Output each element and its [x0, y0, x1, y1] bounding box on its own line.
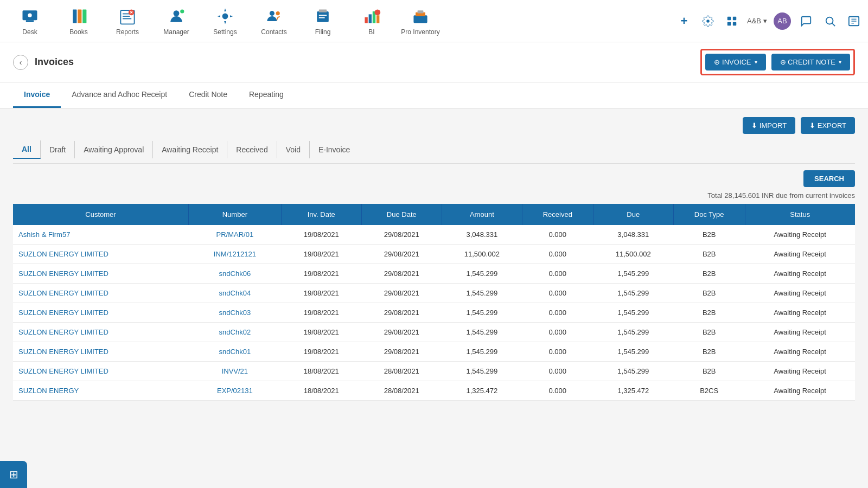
table-row: SUZLON ENERGY LIMITEDsndChk0619/08/20212… [13, 264, 855, 284]
grid-icon[interactable] [723, 12, 741, 30]
nav-item-reports[interactable]: Reports [103, 0, 152, 42]
filter-all[interactable]: All [13, 140, 41, 159]
number-cell[interactable]: INM/1212121 [189, 245, 282, 264]
settings-icon [215, 7, 235, 26]
customer-cell[interactable]: SUZLON ENERGY [13, 381, 189, 401]
filter-awaiting-approval[interactable]: Awaiting Approval [75, 141, 153, 158]
col-header-received: Received [522, 204, 593, 225]
col-header-inv.-date: Inv. Date [281, 204, 361, 225]
status-cell: Awaiting Receipt [745, 323, 855, 342]
page-header-left: ‹ Invoices [13, 55, 74, 70]
nav-item-contacts[interactable]: Contacts [250, 0, 298, 42]
received-cell: 0.000 [522, 362, 593, 381]
table-header-row: CustomerNumberInv. DateDue DateAmountRec… [13, 204, 855, 225]
customer-cell[interactable]: SUZLON ENERGY LIMITED [13, 323, 189, 342]
svg-rect-2 [727, 22, 731, 25]
received-cell: 0.000 [522, 381, 593, 401]
customer-cell[interactable]: SUZLON ENERGY LIMITED [13, 284, 189, 303]
inv-date-cell: 19/08/2021 [281, 284, 361, 303]
number-cell[interactable]: PR/MAR/01 [189, 225, 282, 245]
avatar[interactable]: AB [774, 12, 791, 30]
number-cell[interactable]: EXP/02131 [189, 381, 282, 401]
status-cell: Awaiting Receipt [745, 245, 855, 264]
number-cell[interactable]: INVV/21 [189, 362, 282, 381]
filter-awaiting-receipt[interactable]: Awaiting Receipt [153, 141, 227, 158]
inv-date-cell: 18/08/2021 [281, 381, 361, 401]
nav-right: + A&B ▾ AB [675, 12, 863, 30]
filter-void[interactable]: Void [277, 141, 310, 158]
export-button[interactable]: ⬇ EXPORT [801, 117, 855, 134]
due-date-cell: 29/08/2021 [361, 225, 442, 245]
nav-label-settings: Settings [213, 28, 237, 36]
new-invoice-button[interactable]: ⊕ INVOICE ▾ [705, 54, 765, 70]
nav-item-manager[interactable]: Manager [152, 0, 201, 42]
doc-type-cell: B2B [673, 225, 745, 245]
content-actions: ⬇ IMPORT ⬇ EXPORT [13, 117, 855, 134]
inv-date-cell: 19/08/2021 [281, 245, 361, 264]
doc-type-cell: B2B [673, 323, 745, 342]
tab-repeating[interactable]: Repeating [238, 82, 295, 108]
due-cell: 1,325.472 [593, 381, 673, 401]
col-header-status: Status [745, 204, 855, 225]
export-label: ⬇ EXPORT [809, 121, 846, 130]
received-cell: 0.000 [522, 264, 593, 284]
nav-item-settings[interactable]: Settings [201, 0, 250, 42]
tab-advance[interactable]: Advance and Adhoc Receipt [61, 82, 178, 108]
number-cell[interactable]: sndChk04 [189, 284, 282, 303]
number-cell[interactable]: sndChk01 [189, 342, 282, 362]
books-icon [69, 7, 88, 26]
due-date-cell: 29/08/2021 [361, 284, 442, 303]
import-button[interactable]: ⬇ IMPORT [743, 117, 795, 134]
customer-cell[interactable]: SUZLON ENERGY LIMITED [13, 245, 189, 264]
due-date-cell: 29/08/2021 [361, 323, 442, 342]
add-button[interactable]: + [675, 12, 693, 30]
lang-selector[interactable]: A&B ▾ [747, 17, 767, 25]
number-cell[interactable]: sndChk02 [189, 323, 282, 342]
back-button[interactable]: ‹ [13, 55, 28, 70]
tab-credit-note[interactable]: Credit Note [178, 82, 238, 108]
received-cell: 0.000 [522, 284, 593, 303]
customer-cell[interactable]: SUZLON ENERGY LIMITED [13, 264, 189, 284]
due-cell: 1,545.299 [593, 264, 673, 284]
nav-item-books[interactable]: Books [54, 0, 103, 42]
customer-cell[interactable]: SUZLON ENERGY LIMITED [13, 342, 189, 362]
credit-note-button-label: ⊕ CREDIT NOTE [780, 58, 836, 66]
nav-item-filing[interactable]: Filing [298, 0, 347, 42]
doc-type-cell: B2B [673, 303, 745, 323]
user-icon[interactable] [845, 12, 863, 30]
nav-item-desk[interactable]: Desk [5, 0, 54, 42]
due-date-cell: 28/08/2021 [361, 381, 442, 401]
search-button[interactable]: SEARCH [803, 170, 855, 187]
customer-cell[interactable]: Ashish & Firm57 [13, 225, 189, 245]
customer-cell[interactable]: SUZLON ENERGY LIMITED [13, 303, 189, 323]
number-cell[interactable]: sndChk03 [189, 303, 282, 323]
filter-e-invoice[interactable]: E-Invoice [310, 141, 359, 158]
nav-item-pro-inventory[interactable]: Pro Inventory [396, 0, 445, 42]
settings-icon[interactable] [699, 12, 717, 30]
svg-point-4 [826, 17, 833, 24]
doc-type-cell: B2B [673, 342, 745, 362]
invoice-arrow-icon: ▾ [755, 59, 757, 65]
contacts-icon [264, 7, 284, 26]
inv-date-cell: 19/08/2021 [281, 303, 361, 323]
nav-item-bi[interactable]: BI [347, 0, 396, 42]
table-row: SUZLON ENERGY LIMITEDsndChk0119/08/20212… [13, 342, 855, 362]
chat-icon[interactable] [797, 12, 815, 30]
bi-icon [362, 7, 381, 26]
filter-draft[interactable]: Draft [41, 141, 75, 158]
top-nav: DeskBooksReportsManagerSettingsContactsF… [0, 0, 868, 42]
bottom-bar[interactable]: ⊞ [0, 461, 27, 488]
svg-rect-1 [733, 16, 736, 20]
filter-received[interactable]: Received [227, 141, 277, 158]
tabs-area: InvoiceAdvance and Adhoc ReceiptCredit N… [0, 82, 868, 108]
new-credit-note-button[interactable]: ⊕ CREDIT NOTE ▾ [771, 54, 851, 70]
inv-date-cell: 19/08/2021 [281, 323, 361, 342]
customer-cell[interactable]: SUZLON ENERGY LIMITED [13, 362, 189, 381]
svg-line-5 [832, 23, 835, 26]
number-cell[interactable]: sndChk06 [189, 264, 282, 284]
invoice-table: CustomerNumberInv. DateDue DateAmountRec… [13, 204, 855, 401]
tab-invoice[interactable]: Invoice [13, 82, 61, 108]
search-icon[interactable] [821, 12, 839, 30]
credit-note-arrow-icon: ▾ [839, 59, 841, 65]
nav-label-manager: Manager [163, 28, 189, 36]
